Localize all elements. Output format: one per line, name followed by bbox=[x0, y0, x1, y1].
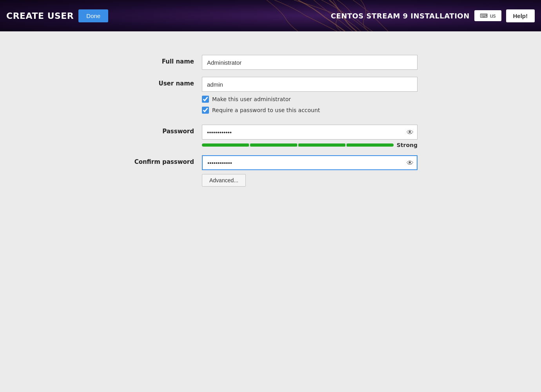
strength-bar-container: Strong bbox=[202, 142, 418, 148]
fullname-row: Full name bbox=[123, 55, 418, 70]
main-content: Full name User name Make this user admin… bbox=[0, 31, 541, 392]
fullname-input[interactable] bbox=[202, 55, 418, 70]
password-field: 👁 Strong bbox=[202, 125, 418, 148]
confirm-password-row: Confirm password 👁 Advanced... bbox=[123, 155, 418, 187]
advanced-button[interactable]: Advanced... bbox=[202, 174, 246, 187]
require-password-checkbox[interactable] bbox=[202, 107, 209, 114]
require-password-row: Require a password to use this account bbox=[202, 107, 418, 114]
strength-seg-4 bbox=[347, 143, 394, 147]
password-label: Password bbox=[123, 125, 202, 135]
username-input[interactable] bbox=[202, 77, 418, 92]
password-row: Password 👁 Strong bbox=[123, 125, 418, 148]
confirm-password-field: 👁 Advanced... bbox=[202, 155, 418, 187]
confirm-password-input[interactable] bbox=[202, 155, 418, 170]
username-row: User name Make this user administrator R… bbox=[123, 77, 418, 118]
require-password-label: Require a password to use this account bbox=[212, 107, 320, 113]
admin-checkbox-row: Make this user administrator bbox=[202, 96, 418, 103]
password-input[interactable] bbox=[202, 125, 418, 140]
strength-label: Strong bbox=[397, 142, 418, 148]
password-eye-icon[interactable]: 👁 bbox=[407, 128, 414, 136]
confirm-password-eye-icon[interactable]: 👁 bbox=[407, 159, 414, 167]
header-right: CENTOS STREAM 9 INSTALLATION ⌨ us Help! bbox=[325, 0, 541, 31]
form-container: Full name User name Make this user admin… bbox=[0, 47, 541, 201]
fullname-field bbox=[202, 55, 418, 70]
admin-checkbox[interactable] bbox=[202, 96, 209, 103]
fullname-label: Full name bbox=[123, 55, 202, 65]
keyboard-locale-button[interactable]: ⌨ us bbox=[474, 10, 501, 21]
keyboard-locale-label: us bbox=[490, 13, 496, 19]
installation-title: CENTOS STREAM 9 INSTALLATION bbox=[331, 12, 470, 20]
strength-bar bbox=[202, 143, 394, 147]
header: CREATE USER Done CENTOS STREAM 9 INSTALL… bbox=[0, 0, 541, 31]
admin-checkbox-label: Make this user administrator bbox=[212, 96, 291, 102]
page-title: CREATE USER bbox=[6, 11, 74, 21]
strength-seg-2 bbox=[250, 143, 297, 147]
header-left: CREATE USER Done bbox=[0, 0, 114, 31]
strength-seg-3 bbox=[298, 143, 345, 147]
strength-seg-1 bbox=[202, 143, 249, 147]
username-field: Make this user administrator Require a p… bbox=[202, 77, 418, 118]
done-button[interactable]: Done bbox=[78, 9, 108, 22]
help-button[interactable]: Help! bbox=[506, 9, 535, 22]
keyboard-icon: ⌨ bbox=[480, 13, 488, 19]
username-label: User name bbox=[123, 77, 202, 87]
password-wrapper: 👁 bbox=[202, 125, 418, 140]
confirm-password-label: Confirm password bbox=[123, 155, 202, 165]
confirm-password-wrapper: 👁 bbox=[202, 155, 418, 170]
